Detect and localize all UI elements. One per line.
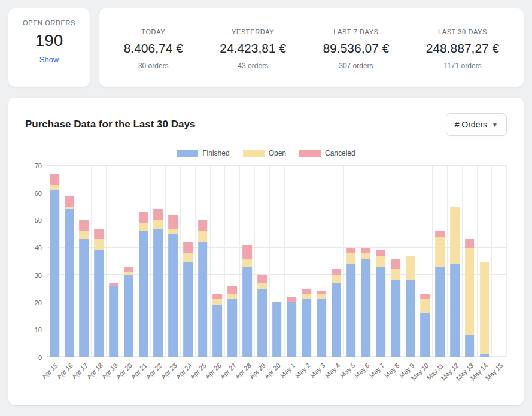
bar-group[interactable]: Apr 17 [77,166,92,357]
bar-group[interactable]: May 3 [314,166,329,357]
stacked-bar[interactable] [346,166,356,357]
bar-segment-open[interactable] [227,294,237,299]
stacked-bar[interactable] [50,166,59,357]
bar-segment-canceled[interactable] [376,250,385,256]
stacked-bar[interactable] [465,166,475,357]
bar-segment-finished[interactable] [391,280,400,357]
bar-segment-finished[interactable] [139,231,148,357]
bar-segment-finished[interactable] [361,259,370,357]
show-link[interactable]: Show [39,55,59,64]
bar-segment-canceled[interactable] [50,174,59,185]
bar-segment-open[interactable] [376,256,385,266]
bar-group[interactable]: Apr 19 [106,166,121,357]
bar-group[interactable]: May 6 [358,166,373,357]
bar-group[interactable]: May 11 [432,166,447,357]
bar-segment-open[interactable] [465,248,475,335]
bar-segment-finished[interactable] [317,299,326,357]
bar-segment-canceled[interactable] [198,220,208,231]
bar-group[interactable]: Apr 27 [224,166,239,357]
bar-segment-finished[interactable] [227,299,237,357]
bar-segment-canceled[interactable] [346,248,356,253]
bar-segment-finished[interactable] [124,275,133,357]
bar-segment-open[interactable] [332,275,341,283]
bar-segment-finished[interactable] [242,267,252,357]
stacked-bar[interactable] [361,166,370,357]
bar-group[interactable]: May 14 [477,166,492,357]
bar-segment-canceled[interactable] [421,294,430,299]
bar-group[interactable]: May 7 [373,166,388,357]
stacked-bar[interactable] [435,166,445,357]
bar-segment-finished[interactable] [213,305,223,357]
legend-item-finished[interactable]: Finished [177,149,229,157]
bar-segment-open[interactable] [198,231,208,242]
bar-group[interactable]: May 15 [491,166,506,357]
bar-segment-canceled[interactable] [227,286,237,294]
bar-segment-canceled[interactable] [465,239,475,248]
bar-group[interactable]: Apr 16 [62,166,77,357]
bar-segment-finished[interactable] [465,335,475,357]
bar-group[interactable]: Apr 15 [47,166,62,357]
bar-segment-finished[interactable] [80,239,89,357]
bar-segment-finished[interactable] [450,264,460,357]
bar-segment-open[interactable] [421,299,430,313]
bar-group[interactable]: May 2 [299,166,314,357]
bar-segment-open[interactable] [391,269,400,280]
bar-segment-canceled[interactable] [242,245,252,259]
bar-segment-open[interactable] [257,283,267,289]
bar-segment-canceled[interactable] [80,220,89,231]
bar-segment-open[interactable] [80,231,89,239]
bar-segment-canceled[interactable] [65,196,74,207]
bar-group[interactable]: May 9 [403,166,418,357]
stacked-bar[interactable] [332,166,341,357]
bar-segment-open[interactable] [450,207,460,264]
bar-segment-canceled[interactable] [139,212,148,223]
bar-group[interactable]: May 1 [284,166,299,357]
bar-segment-finished[interactable] [109,286,118,357]
stacked-bar[interactable] [302,166,311,357]
bar-segment-finished[interactable] [376,267,385,357]
bar-segment-open[interactable] [50,185,59,190]
bar-segment-canceled[interactable] [332,269,341,275]
bar-segment-finished[interactable] [406,280,415,357]
bar-group[interactable]: May 5 [343,166,358,357]
bar-segment-open[interactable] [139,223,148,232]
stacked-bar[interactable] [391,166,400,357]
bar-segment-finished[interactable] [435,267,445,357]
stacked-bar[interactable] [139,166,148,357]
bar-segment-finished[interactable] [287,302,297,357]
stacked-bar[interactable] [80,166,89,357]
bar-segment-finished[interactable] [272,302,282,357]
bar-group[interactable]: Apr 23 [165,166,180,357]
bar-segment-canceled[interactable] [168,215,178,229]
bar-segment-open[interactable] [346,253,356,264]
bar-group[interactable]: May 10 [418,166,433,357]
stacked-bar[interactable] [213,166,223,357]
bar-segment-finished[interactable] [302,299,311,357]
legend-item-open[interactable]: Open [243,149,286,157]
stacked-bar[interactable] [450,166,460,357]
bar-segment-canceled[interactable] [154,209,163,220]
bar-group[interactable]: May 8 [388,166,403,357]
bar-segment-canceled[interactable] [94,229,104,239]
bar-group[interactable]: Apr 24 [180,166,195,357]
bar-group[interactable]: Apr 20 [121,166,136,357]
stacked-bar[interactable] [242,166,252,357]
stacked-bar[interactable] [287,166,297,357]
bar-group[interactable]: Apr 22 [150,166,165,357]
stacked-bar[interactable] [109,166,118,357]
stacked-bar[interactable] [272,166,282,357]
bar-segment-open[interactable] [317,294,326,299]
bar-segment-open[interactable] [242,259,252,267]
bar-segment-open[interactable] [435,237,445,267]
stacked-bar[interactable] [406,166,415,357]
bar-group[interactable]: May 13 [462,166,477,357]
stacked-bar[interactable] [154,166,163,357]
bar-segment-finished[interactable] [480,354,490,357]
bar-segment-open[interactable] [154,220,163,229]
bar-segment-finished[interactable] [257,289,267,357]
bar-segment-canceled[interactable] [287,297,297,302]
stacked-bar[interactable] [65,166,74,357]
bar-segment-open[interactable] [302,294,311,299]
bar-segment-open[interactable] [183,253,193,262]
bar-segment-finished[interactable] [168,234,178,357]
